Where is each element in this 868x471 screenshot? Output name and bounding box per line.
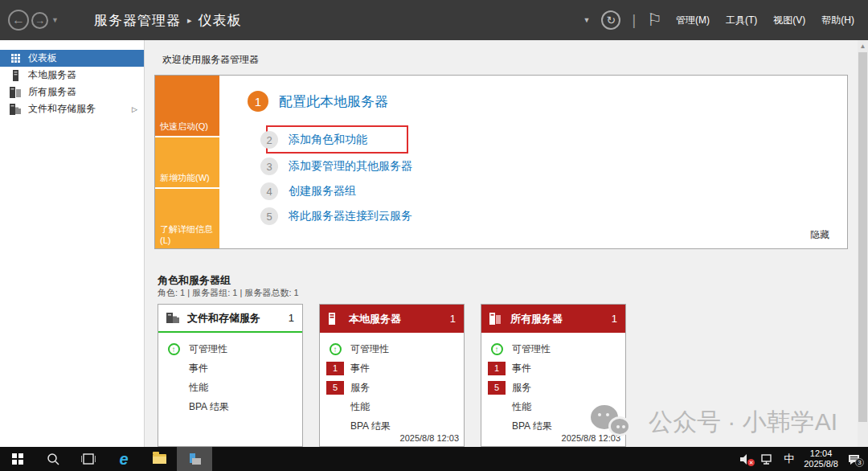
- step-link[interactable]: 将此服务器连接到云服务: [289, 209, 412, 223]
- taskbar: e ✕ 中 12:04 2025/8/8 3: [0, 447, 868, 471]
- network-icon: [761, 454, 774, 465]
- welcome-heading: 欢迎使用服务器管理器: [162, 53, 259, 67]
- menu-help[interactable]: 帮助(H): [819, 14, 857, 27]
- search-button[interactable]: [35, 447, 71, 471]
- sidebar-item-file-storage-services[interactable]: 文件和存储服务 ▷: [0, 100, 144, 117]
- row-manageability[interactable]: ↑ 可管理性: [158, 339, 302, 358]
- internet-explorer-button[interactable]: e: [106, 447, 141, 471]
- sidebar-item-label: 所有服务器: [28, 85, 76, 99]
- step-connect-cloud-services[interactable]: 5 将此服务器连接到云服务: [248, 207, 412, 225]
- back-icon: ←: [12, 13, 25, 27]
- refresh-icon: ↻: [607, 14, 616, 27]
- hide-link[interactable]: 隐藏: [810, 228, 829, 242]
- server-icon: [328, 313, 349, 325]
- wechat-icon: [591, 403, 637, 440]
- task-view-button[interactable]: [71, 447, 106, 471]
- server-manager-icon: [188, 453, 201, 465]
- tab-label: 快速启动(Q): [160, 121, 208, 133]
- volume-muted-button[interactable]: ✕: [740, 454, 751, 465]
- service-count-badge: 5: [326, 381, 344, 395]
- menu-view[interactable]: 视图(V): [771, 14, 808, 27]
- step-link[interactable]: 配置此本地服务器: [279, 92, 388, 111]
- row-events[interactable]: 1 事件: [481, 358, 625, 378]
- step-link[interactable]: 创建服务器组: [289, 184, 356, 199]
- scrollbar-up-icon[interactable]: ▲: [858, 40, 868, 51]
- row-events[interactable]: 事件: [158, 358, 302, 378]
- sidebar-item-all-servers[interactable]: 所有服务器: [0, 84, 144, 100]
- clock-date: 2025/8/8: [804, 459, 838, 469]
- tab-whats-new[interactable]: 新增功能(W): [155, 137, 219, 187]
- ime-indicator[interactable]: 中: [784, 452, 794, 466]
- row-manageability[interactable]: ↑ 可管理性: [320, 339, 464, 358]
- welcome-tile-tabs: 快速启动(Q) 新增功能(W) 了解详细信息(L): [155, 76, 219, 248]
- file-storage-icon: [166, 312, 187, 324]
- file-storage-icon: [8, 104, 23, 115]
- back-button[interactable]: ←: [8, 10, 29, 31]
- row-performance[interactable]: 性能: [158, 378, 302, 397]
- step-configure-local-server[interactable]: 1 配置此本地服务器: [248, 91, 388, 112]
- nav-history-caret-icon[interactable]: ▼: [51, 16, 59, 24]
- tile-header[interactable]: 文件和存储服务 1: [158, 305, 302, 333]
- sidebar-item-local-server[interactable]: 本地服务器: [0, 67, 144, 84]
- step-add-other-servers[interactable]: 3 添加要管理的其他服务器: [248, 158, 412, 175]
- service-count-badge: 5: [488, 381, 506, 395]
- forward-icon: →: [35, 14, 45, 27]
- file-explorer-button[interactable]: [141, 447, 177, 471]
- row-label: 服务: [512, 381, 531, 395]
- step-create-server-group[interactable]: 4 创建服务器组: [248, 182, 356, 200]
- tile-local-server[interactable]: 本地服务器 1 ↑ 可管理性 1 事件 5 服务 性能: [319, 304, 465, 447]
- step-link[interactable]: 添加角色和功能: [289, 133, 367, 147]
- welcome-tile: 快速启动(Q) 新增功能(W) 了解详细信息(L) 1 配置此本地服务器 2 添…: [154, 75, 848, 249]
- action-center-button[interactable]: 3: [848, 454, 860, 465]
- refresh-button[interactable]: ↻: [601, 10, 620, 30]
- tile-count: 1: [450, 313, 456, 325]
- step-link[interactable]: 添加要管理的其他服务器: [289, 159, 412, 174]
- scrollbar-thumb[interactable]: [858, 52, 867, 422]
- vertical-scrollbar[interactable]: ▲: [858, 40, 868, 447]
- menu-tools[interactable]: 工具(T): [723, 14, 760, 27]
- tile-count: 1: [289, 312, 294, 324]
- menu-manage[interactable]: 管理(M): [674, 14, 712, 27]
- sidebar-item-label: 仪表板: [28, 51, 57, 65]
- step-number-badge: 5: [260, 207, 278, 225]
- row-performance[interactable]: 性能: [320, 397, 464, 416]
- tab-learn-more[interactable]: 了解详细信息(L): [155, 189, 219, 248]
- step-add-roles-features[interactable]: 2 添加角色和功能: [248, 131, 367, 149]
- step-number-badge: 2: [260, 131, 278, 149]
- folder-icon: [153, 454, 166, 464]
- network-button[interactable]: [761, 454, 774, 465]
- forward-button[interactable]: →: [31, 12, 48, 29]
- up-arrow-icon: ↑: [330, 343, 342, 355]
- expand-arrow-icon[interactable]: ▷: [132, 105, 137, 113]
- row-label: 可管理性: [512, 342, 551, 356]
- servers-icon: [8, 87, 23, 98]
- main-content: 欢迎使用服务器管理器 快速启动(Q) 新增功能(W) 了解详细信息(L) 1 配…: [145, 40, 868, 447]
- watermark: 公众号 · 小韩学AI: [591, 403, 837, 440]
- row-label: 可管理性: [350, 342, 389, 356]
- row-bpa-results[interactable]: BPA 结果: [158, 397, 302, 416]
- row-services[interactable]: 5 服务: [481, 378, 625, 397]
- clock[interactable]: 12:04 2025/8/8: [804, 448, 838, 469]
- tab-quick-start[interactable]: 快速启动(Q): [155, 76, 219, 136]
- notifications-flag-icon[interactable]: ⚐: [647, 10, 662, 30]
- breadcrumb-separator-icon: ▸: [187, 15, 192, 26]
- row-label: 性能: [512, 400, 531, 414]
- tab-label: 新增功能(W): [160, 172, 210, 184]
- row-events[interactable]: 1 事件: [320, 358, 464, 378]
- row-services[interactable]: 5 服务: [320, 378, 464, 397]
- tile-file-storage-services[interactable]: 文件和存储服务 1 ↑ 可管理性 事件 性能 BPA 结果: [158, 304, 303, 447]
- sidebar-item-dashboard[interactable]: 仪表板: [0, 50, 144, 67]
- row-label: 事件: [189, 362, 208, 375]
- start-button[interactable]: [0, 447, 35, 471]
- tile-header[interactable]: 所有服务器 1: [481, 305, 625, 333]
- search-icon: [47, 453, 59, 465]
- breadcrumb-page: 仪表板: [198, 11, 241, 30]
- server-manager-button[interactable]: [177, 447, 212, 471]
- watermark-text: 公众号 · 小韩学AI: [649, 406, 837, 439]
- row-manageability[interactable]: ↑ 可管理性: [481, 339, 625, 358]
- toolbar-caret-icon[interactable]: ▼: [583, 16, 591, 24]
- row-label: 事件: [512, 362, 531, 375]
- tile-header[interactable]: 本地服务器 1: [320, 305, 464, 333]
- titlebar: ← → ▼ 服务器管理器 ▸ 仪表板 ▼ ↻ | ⚐ 管理(M) 工具(T) 视…: [0, 0, 868, 40]
- tab-label: 了解详细信息(L): [160, 223, 219, 245]
